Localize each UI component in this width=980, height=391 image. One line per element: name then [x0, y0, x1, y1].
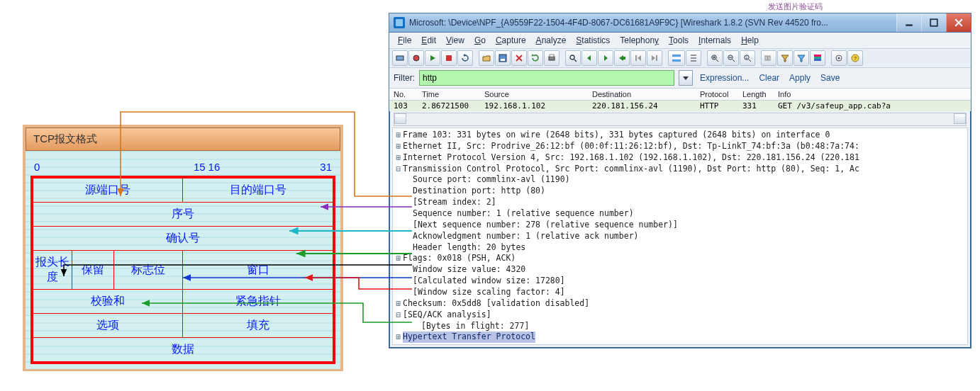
filter-clear-link[interactable]: Clear — [756, 73, 782, 83]
tbtn-last-icon[interactable] — [647, 50, 662, 66]
tbtn-coloring-rules-icon[interactable] — [810, 50, 825, 66]
detail-bytes[interactable]: [Bytes in flight: 277] — [403, 321, 529, 332]
tbtn-colorize-icon[interactable] — [668, 50, 685, 66]
menubar: File Edit View Go Capture Analyze Statis… — [389, 33, 971, 49]
expander-icon[interactable]: ⊞ — [394, 253, 403, 264]
wireshark-window: Microsoft: \Device\NPF_{A9559F22-1504-4F… — [389, 13, 971, 348]
detail-seq[interactable]: Sequence number: 1 (relative sequence nu… — [403, 208, 634, 220]
detail-ack[interactable]: Acknowledgment number: 1 (relative ack n… — [403, 231, 639, 242]
detail-nextseq[interactable]: [Next sequence number: 278 (relative seq… — [403, 220, 678, 231]
menu-file[interactable]: File — [394, 34, 416, 47]
tbtn-autoscroll-icon[interactable] — [686, 50, 701, 66]
detail-frame[interactable]: Frame 103: 331 bytes on wire (2648 bits)… — [403, 130, 830, 141]
svg-rect-21 — [635, 55, 637, 61]
detail-winsize[interactable]: Window size value: 4320 — [403, 264, 525, 276]
tbtn-next-icon[interactable] — [598, 50, 613, 66]
svg-marker-20 — [619, 55, 625, 61]
tbtn-reload-icon[interactable] — [528, 50, 543, 66]
bit-15: 15 — [177, 161, 206, 176]
tbtn-zoom-in-icon[interactable] — [707, 50, 723, 66]
detail-stream[interactable]: [Stream index: 2] — [403, 197, 496, 208]
tbtn-display-filter-icon[interactable] — [794, 50, 809, 66]
menu-internals[interactable]: Internals — [694, 34, 735, 47]
filter-input[interactable] — [419, 70, 674, 86]
tbtn-prev-icon[interactable] — [581, 50, 597, 66]
col-proto[interactable]: Protocol — [700, 90, 742, 98]
svg-rect-26 — [672, 57, 681, 59]
field-data: 数据 — [33, 338, 333, 362]
col-no[interactable]: No. — [394, 90, 422, 98]
col-dest[interactable]: Destination — [592, 90, 700, 98]
menu-edit[interactable]: Edit — [417, 34, 440, 47]
tbtn-zoom-out-icon[interactable] — [723, 50, 739, 66]
tbtn-prefs-icon[interactable] — [831, 50, 847, 66]
cell-src: 192.168.1.102 — [484, 101, 592, 110]
svg-rect-1 — [930, 19, 937, 26]
expander-icon[interactable]: ⊞ — [394, 332, 403, 343]
cell-info: GET /v3/safeup_app.cab?a — [778, 101, 967, 110]
detail-http[interactable]: Hypertext Transfer Protocol — [403, 332, 535, 343]
detail-winscale[interactable]: [Window size scaling factor: 4] — [403, 287, 565, 298]
minimize-button[interactable] — [896, 13, 921, 32]
detail-checksum[interactable]: Checksum: 0x5dd8 [validation disabled] — [403, 298, 589, 310]
tbtn-close-file-icon[interactable] — [511, 50, 527, 66]
tbtn-print-icon[interactable] — [544, 50, 559, 66]
expander-icon[interactable]: ⊟ — [394, 310, 403, 321]
packet-list-header: No. Time Source Destination Protocol Len… — [389, 89, 971, 101]
packet-row[interactable]: 103 2.86721500 192.168.1.102 220.181.156… — [389, 101, 971, 111]
menu-view[interactable]: View — [442, 34, 469, 47]
tbtn-first-icon[interactable] — [630, 50, 646, 66]
maximize-button[interactable] — [921, 13, 946, 32]
svg-rect-15 — [550, 55, 554, 57]
detail-flags[interactable]: Flags: 0x018 (PSH, ACK) — [403, 253, 516, 264]
close-button[interactable] — [946, 13, 971, 32]
menu-analyze[interactable]: Analyze — [532, 34, 571, 47]
tbtn-zoom-reset-icon[interactable]: 1 — [740, 50, 755, 66]
detail-hdrlen[interactable]: Header length: 20 bytes — [403, 242, 525, 254]
tbtn-help-icon[interactable]: ? — [847, 50, 863, 66]
expander-icon[interactable]: ⊞ — [394, 130, 403, 141]
tbtn-stop-icon[interactable] — [441, 50, 457, 66]
filter-save-link[interactable]: Save — [818, 73, 842, 83]
tbtn-options-icon[interactable] — [408, 50, 424, 66]
detail-seqack[interactable]: [SEQ/ACK analysis] — [403, 310, 491, 321]
menu-tools[interactable]: Tools — [664, 34, 693, 47]
svg-line-36 — [749, 60, 751, 62]
expander-icon[interactable]: ⊞ — [394, 298, 403, 310]
tbtn-open-icon[interactable] — [479, 50, 494, 66]
wireshark-icon — [394, 17, 405, 28]
tcp-diagram: TCP报文格式 0 15 16 31 源端口号 目的端口号 序号 确认号 报头长… — [23, 125, 343, 371]
tbtn-resize-cols-icon[interactable] — [761, 50, 776, 66]
menu-help[interactable]: Help — [737, 34, 763, 47]
col-info[interactable]: Info — [778, 90, 967, 98]
menu-statistics[interactable]: Statistics — [572, 34, 614, 47]
detail-ip[interactable]: Internet Protocol Version 4, Src: 192.16… — [403, 152, 859, 164]
tbtn-save-icon[interactable] — [495, 50, 511, 66]
detail-eth[interactable]: Ethernet II, Src: Prodrive_26:12:bf (00:… — [403, 141, 859, 152]
cell-proto: HTTP — [700, 101, 742, 110]
filter-apply-link[interactable]: Apply — [786, 73, 813, 83]
col-len[interactable]: Length — [742, 90, 778, 98]
filter-dropdown-icon[interactable] — [679, 70, 693, 86]
expander-icon[interactable]: ⊞ — [394, 141, 403, 152]
col-source[interactable]: Source — [484, 90, 592, 98]
window-titlebar[interactable]: Microsoft: \Device\NPF_{A9559F22-1504-4F… — [389, 13, 971, 33]
detail-calcwin[interactable]: [Calculated window size: 17280] — [403, 276, 565, 287]
detail-dstport[interactable]: Destination port: http (80) — [403, 186, 545, 197]
tbtn-find-icon[interactable] — [565, 50, 581, 66]
tbtn-interfaces-icon[interactable] — [392, 50, 408, 66]
detail-srcport[interactable]: Source port: commlinx-avl (1190) — [403, 174, 570, 186]
tbtn-start-icon[interactable] — [425, 50, 440, 66]
tbtn-restart-icon[interactable] — [457, 50, 473, 66]
menu-go[interactable]: Go — [470, 34, 490, 47]
filter-expression-link[interactable]: Expression... — [697, 73, 752, 83]
tbtn-goto-icon[interactable] — [614, 50, 630, 66]
expander-icon[interactable]: ⊟ — [394, 164, 403, 175]
tbtn-capture-filter-icon[interactable] — [777, 50, 793, 66]
detail-tcp[interactable]: Transmission Control Protocol, Src Port:… — [403, 164, 859, 175]
menu-capture[interactable]: Capture — [491, 34, 530, 47]
expander-icon[interactable]: ⊞ — [394, 152, 403, 164]
packet-list-scrollbar[interactable] — [394, 113, 967, 126]
menu-telephony[interactable]: Telephony — [616, 34, 663, 47]
col-time[interactable]: Time — [422, 90, 484, 98]
